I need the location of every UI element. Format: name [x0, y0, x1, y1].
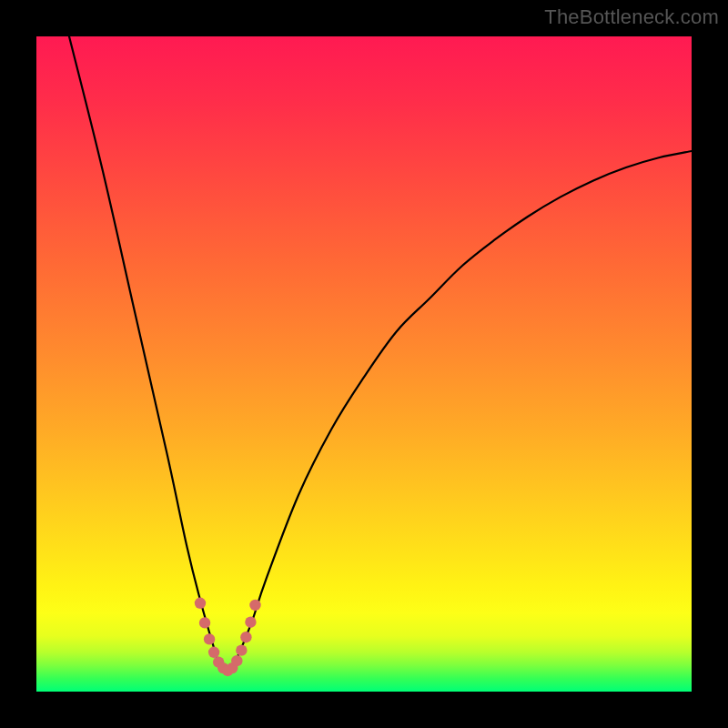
- highlight-dot: [199, 617, 210, 628]
- bottleneck-curve: [69, 36, 692, 672]
- highlight-dot: [231, 655, 242, 666]
- highlight-dot: [240, 632, 251, 642]
- curve-layer: [36, 36, 692, 692]
- highlight-dot: [236, 644, 247, 655]
- highlight-dot: [195, 598, 206, 609]
- highlight-dot: [204, 633, 215, 644]
- highlight-dot: [208, 647, 219, 658]
- chart-stage: TheBottleneck.com: [0, 0, 728, 728]
- highlight-dot: [245, 616, 256, 627]
- highlight-dot: [249, 600, 260, 611]
- plot-area: [36, 36, 692, 692]
- watermark-text: TheBottleneck.com: [544, 5, 719, 29]
- highlight-dots: [195, 598, 261, 677]
